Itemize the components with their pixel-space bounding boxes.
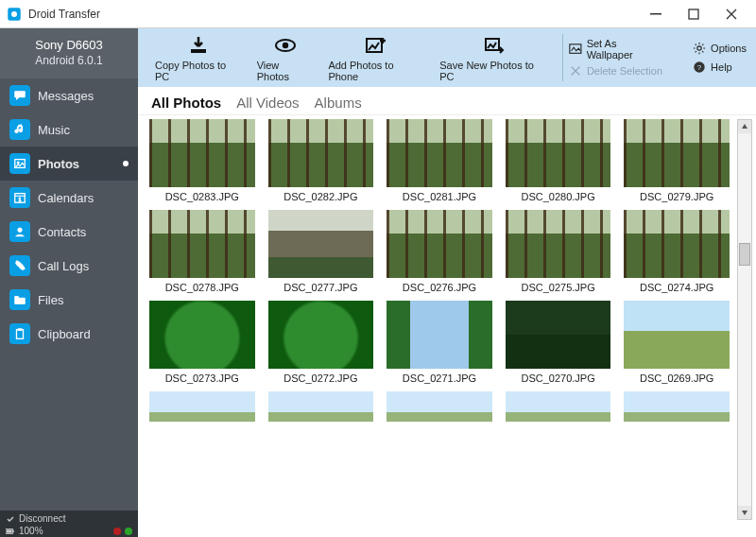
disconnect-label[interactable]: Disconnect [19,513,65,524]
photo-item[interactable]: DSC_0269.JPG [624,301,730,384]
help-button[interactable]: ? Help [693,61,747,74]
main: Copy Photos to PCView PhotosAdd Photos t… [138,28,756,524]
photo-thumbnail[interactable] [149,119,255,187]
toolbar-button-label: Save New Photos to PC [439,60,549,82]
battery-icon [6,527,15,536]
sidebar-item-photos[interactable]: Photos [0,147,138,181]
photo-thumbnail[interactable] [268,119,374,187]
svg-rect-21 [13,529,14,532]
photo-item[interactable]: DSC_0278.JPG [149,210,255,293]
photo-item[interactable]: DSC_0283.JPG [149,119,255,202]
statusbar: Disconnect 100% [0,511,138,537]
svg-rect-3 [689,9,698,19]
set-wallpaper-button[interactable]: Set As Wallpaper [569,38,664,61]
sidebar-item-label: Messages [38,89,94,103]
sidebar-item-clipboard[interactable]: Clipboard [0,317,138,351]
photo-filename: DSC_0277.JPG [284,282,357,293]
svg-rect-11 [191,49,206,53]
svg-rect-22 [7,529,12,532]
photo-item[interactable]: DSC_0279.JPG [624,119,730,202]
scroll-thumb[interactable] [739,243,750,266]
sidebar-item-messages[interactable]: Messages [0,78,138,113]
status-dot-green [125,528,132,535]
photo-thumbnail[interactable] [506,391,611,422]
svg-text:1: 1 [19,197,22,202]
sidebar-item-calendars[interactable]: 1Calendars [0,181,138,215]
delete-icon [569,64,582,78]
photo-item[interactable]: DSC_0277.JPG [268,210,374,293]
photo-item[interactable] [624,391,730,422]
photo-filename: DSC_0283.JPG [165,191,239,202]
tab-all-videos[interactable]: All Videos [236,95,299,111]
svg-point-1 [11,11,17,17]
photo-item[interactable]: DSC_0272.JPG [268,301,374,384]
save-new-photos-to-pc-button[interactable]: Save New Photos to PC [432,28,557,87]
photo-grid-wrap: DSC_0283.JPGDSC_0282.JPGDSC_0281.JPGDSC_… [138,115,756,524]
copy-photos-to-pc-button[interactable]: Copy Photos to PC [147,28,249,87]
sidebar-item-files[interactable]: Files [0,283,138,317]
scroll-down-icon[interactable] [738,506,751,519]
sidebar-item-label: Files [38,293,63,307]
photo-item[interactable]: DSC_0270.JPG [506,301,611,384]
delete-selection-label: Delete Selection [587,65,662,77]
contacts-icon [9,221,30,242]
photo-filename: DSC_0271.JPG [403,372,476,384]
photo-thumbnail[interactable] [506,301,611,369]
photo-item[interactable] [506,391,611,422]
folder-icon [9,289,30,310]
tab-albums[interactable]: Albums [315,95,362,111]
photo-filename: DSC_0278.JPG [165,282,239,293]
photo-thumbnail[interactable] [506,210,611,278]
photo-thumbnail[interactable] [268,391,374,422]
photo-item[interactable]: DSC_0281.JPG [387,119,492,202]
nav: MessagesMusicPhotos1CalendarsContactsCal… [0,78,138,524]
photo-filename: DSC_0274.JPG [640,282,713,293]
photo-thumbnail[interactable] [149,210,255,278]
sidebar-item-label: Call Logs [38,259,89,273]
photo-thumbnail[interactable] [387,119,492,187]
help-label: Help [711,61,732,73]
photo-item[interactable]: DSC_0280.JPG [506,119,611,202]
photo-thumbnail[interactable] [387,391,492,422]
device-info: Sony D6603 Android 6.0.1 [0,28,138,78]
minimize-button[interactable] [637,1,675,27]
photo-item[interactable] [387,391,492,422]
photo-thumbnail[interactable] [387,301,492,369]
photo-thumbnail[interactable] [624,301,730,369]
photo-filename: DSC_0276.JPG [403,282,476,293]
photo-thumbnail[interactable] [624,210,730,278]
tabs: All PhotosAll VideosAlbums [138,87,756,115]
options-button[interactable]: Options [693,42,747,55]
photo-thumbnail[interactable] [149,391,255,422]
tab-all-photos[interactable]: All Photos [151,95,221,111]
scroll-up-icon[interactable] [738,120,751,133]
photo-thumbnail[interactable] [506,119,611,187]
photo-thumbnail[interactable] [387,210,492,278]
photo-thumbnail[interactable] [149,301,255,369]
photo-filename: DSC_0272.JPG [284,372,357,384]
set-wallpaper-label: Set As Wallpaper [587,38,664,61]
scrollbar[interactable] [737,119,752,520]
status-dots [113,528,132,535]
calendar-icon: 1 [9,187,30,208]
photo-item[interactable]: DSC_0282.JPG [268,119,374,202]
view-photos-button[interactable]: View Photos [249,28,321,87]
close-button[interactable] [713,1,750,27]
photo-item[interactable] [149,391,255,422]
delete-selection-button: Delete Selection [569,64,664,78]
sidebar-item-music[interactable]: Music [0,113,138,147]
photo-item[interactable]: DSC_0274.JPG [624,210,730,293]
photo-item[interactable]: DSC_0276.JPG [387,210,492,293]
add-photos-to-phone-button[interactable]: Add Photos to Phone [320,28,432,87]
photo-thumbnail[interactable] [268,210,374,278]
photo-thumbnail[interactable] [624,391,730,422]
photo-thumbnail[interactable] [624,119,730,187]
photo-item[interactable]: DSC_0271.JPG [387,301,492,384]
photo-item[interactable]: DSC_0273.JPG [149,301,255,384]
photo-thumbnail[interactable] [268,301,374,369]
maximize-button[interactable] [675,1,713,27]
photo-item[interactable]: DSC_0275.JPG [506,210,611,293]
photo-item[interactable] [268,391,374,422]
sidebar-item-call-logs[interactable]: Call Logs [0,249,138,283]
sidebar-item-contacts[interactable]: Contacts [0,215,138,249]
